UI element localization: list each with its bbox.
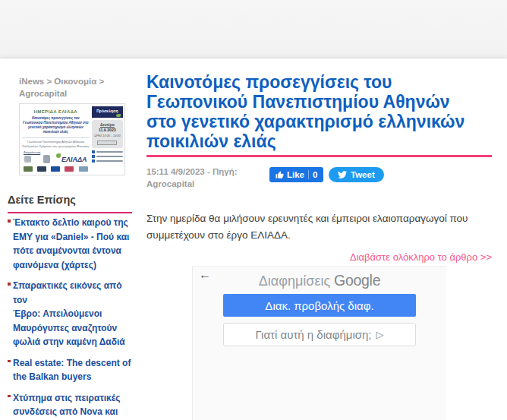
see-also-item-label: Real estate: The descent of the Balkan b… [13,358,131,383]
see-also-item-label: Σπαρακτικές εικόνες από τον Έβρο: Απειλο… [13,280,125,347]
invite-header: Πρόσκληση [92,106,123,118]
page-background-strip [0,0,507,58]
why-this-ad-button[interactable]: Γιατί αυτή η διαφήμιση; ▷ [223,323,416,346]
social-icon [92,150,95,153]
see-also-item[interactable]: Χτύπημα στις πειρατικές συνδέσεις από No… [8,390,132,420]
article-title: Καινοτόμες προσεγγίσεις του Γεωπονικού Π… [146,72,496,151]
poster-left: ΗΜΕΡΙΔΑ ΕΛΙΑΔΑ Καινοτόμες προσεγγίσεις τ… [22,106,90,173]
like-divider [308,170,309,179]
like-label: Like [287,170,304,179]
see-also-item-label: Χτύπημα στις πειρατικές συνδέσεις από No… [13,393,120,420]
article-excerpt: Στην ημερίδα θα μιλήσουν ερευνητές και έ… [146,210,496,244]
partner-logo-icon [65,166,74,172]
see-also-item[interactable]: Έκτακτο δελτίο καιρού της ΕΜΥ για «Danie… [8,215,132,271]
poster-footer-logos [22,166,90,172]
eu-flag-icon [51,166,60,172]
invite-hours: ΩΡΕΣ 10:00 – 13:00 [93,134,121,137]
social-icon [92,159,95,163]
partner-logo-icon [24,166,33,172]
thumbs-up-icon [276,171,284,179]
sidebar: iNews > Οικονομία > Agrocapital ΗΜΕΡΙΔΑ … [0,58,140,420]
tweet-button[interactable]: Tweet [329,167,384,182]
article-main: Καινοτόμες προσεγγίσεις του Γεωπονικού Π… [146,58,496,420]
poster-title: ΗΜΕΡΙΔΑ ΕΛΙΑΔΑ [22,109,90,114]
eliada-logo: ΕΛΙΑΔΑ [61,156,87,163]
partner-logo-icon [24,156,31,163]
twitter-bird-icon [338,170,347,179]
invite-date: 11.9.2023 [93,128,121,132]
meta-row: 15:11 4/9/2023 - Πηγή: Agrocapital Like … [146,166,496,191]
content-card: iNews > Οικονομία > Agrocapital ΗΜΕΡΙΔΑ … [0,58,507,420]
invite-day: Δευτέρα [93,123,121,127]
ad-header-label: Διαφημίσεις [259,273,330,289]
why-this-ad-label: Γιατί αυτή η διαφήμιση; [255,328,371,341]
partner-logo-icon [79,166,88,172]
stop-showing-ad-button[interactable]: Διακ. προβολής διαφ. [223,294,416,317]
partner-logo-icon [43,155,50,163]
google-logo: Google [334,272,380,289]
see-also-item[interactable]: Real estate: The descent of the Balkan b… [8,355,132,384]
invite-register-box [97,141,117,145]
poster-subtitle: Καινοτόμες προσεγγίσεις του Γεωπονικού Π… [22,116,90,134]
title-divider [146,155,492,157]
see-also-item[interactable]: Σπαρακτικές εικόνες από τον Έβρο: Απειλο… [8,278,132,349]
poster-invite-column: Πρόσκληση Δευτέρα 11.9.2023 ΩΡΕΣ 10:00 –… [92,106,123,173]
read-more-link[interactable]: Διαβάστε ολόκληρο το άρθρο >> [350,251,492,263]
poster-venue: Γεωπονικό Πανεπιστήμιο Αθηνών Αίθουσα Πο… [22,137,90,148]
invite-social-links [92,150,123,164]
breadcrumb[interactable]: iNews > Οικονομία > Agrocapital [19,75,127,99]
article-meta: 15:11 4/9/2023 - Πηγή: Agrocapital [146,166,260,190]
see-also-item-label: Έκτακτο δελτίο καιρού της ΕΜΥ για «Danie… [13,217,129,270]
ad-header: Διαφημίσεις Google [193,272,446,289]
poster-logo-row: ΕΛΙΑΔΑ [22,155,90,163]
tweet-label: Tweet [351,170,375,179]
article-thumbnail[interactable]: ΗΜΕΡΙΔΑ ΕΛΙΑΔΑ Καινοτόμες προσεγγίσεις τ… [19,103,125,175]
invite-card: Δευτέρα 11.9.2023 ΩΡΕΣ 10:00 – 13:00 [92,120,123,148]
adchoices-icon: ▷ [376,329,384,340]
social-icon [92,155,95,158]
like-count: 0 [313,170,317,179]
see-also-heading: Δείτε Επίσης [8,194,132,213]
partner-logo-icon [37,166,46,172]
google-ad-panel: ← Διαφημίσεις Google Διακ. προβολής διαφ… [192,266,446,420]
facebook-like-button[interactable]: Like 0 [269,167,323,182]
read-more-row: Διαβάστε ολόκληρο το άρθρο >> [146,250,492,264]
see-also-list: Έκτακτο δελτίο καιρού της ΕΜΥ για «Danie… [8,215,132,420]
